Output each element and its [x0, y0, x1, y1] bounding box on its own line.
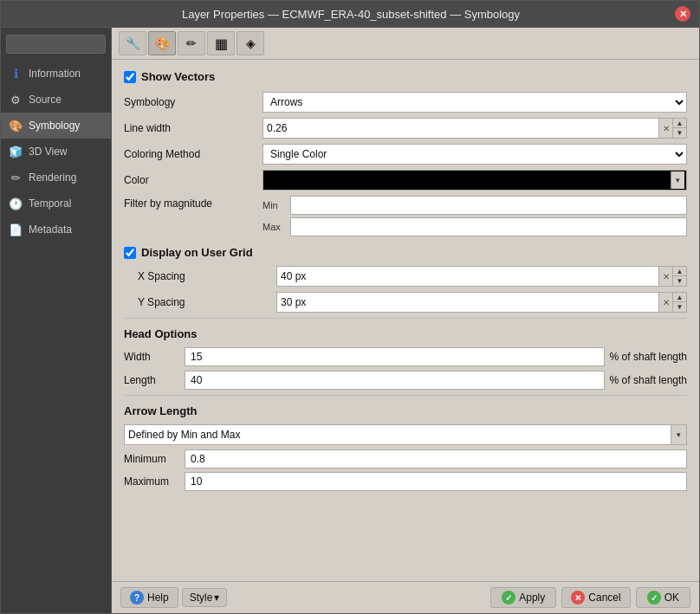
style-button[interactable]: Style ▾ — [182, 588, 228, 607]
head-options-title: Head Options — [124, 327, 687, 340]
mag-min-row: Min — [262, 196, 687, 215]
arrow-minimum-label: Minimum — [124, 453, 185, 465]
arrow-maximum-input[interactable] — [185, 472, 687, 491]
y-spacing-control: ✕ ▲ ▼ — [276, 292, 687, 313]
content-panel: 🔧 🎨 ✏ ▦ ◈ Show Vectors Symbology — [112, 28, 699, 613]
magnitude-group: Min Max — [262, 196, 687, 239]
line-width-clear[interactable]: ✕ — [658, 119, 672, 138]
sidebar-item-temporal[interactable]: 🕐 Temporal — [1, 191, 111, 217]
x-spacing-clear[interactable]: ✕ — [658, 267, 672, 286]
apply-label: Apply — [519, 591, 545, 604]
arrow-method-arrow[interactable]: ▾ — [671, 425, 686, 444]
toolbar-palette-button[interactable]: 🎨 — [148, 31, 176, 55]
line-width-control: ✕ ▲ ▼ — [262, 118, 687, 139]
line-width-input[interactable] — [263, 119, 658, 138]
line-width-down[interactable]: ▼ — [673, 128, 686, 138]
y-spacing-row: Y Spacing ✕ ▲ ▼ — [124, 292, 687, 313]
ok-button[interactable]: ✓ OK — [636, 587, 690, 608]
x-spacing-up[interactable]: ▲ — [673, 267, 686, 276]
cancel-button[interactable]: ✕ Cancel — [561, 587, 630, 608]
apply-icon: ✓ — [502, 591, 515, 604]
x-spacing-input[interactable] — [277, 267, 658, 286]
symbology-select[interactable]: Arrows — [262, 92, 687, 113]
sidebar-item-label: 3D View — [29, 145, 67, 158]
sidebar-item-label: Symbology — [29, 120, 80, 132]
toolbar-wrench-button[interactable]: 🔧 — [119, 31, 146, 55]
source-icon: ⚙ — [8, 92, 23, 107]
filter-magnitude-row: Filter by magnitude Min Max — [124, 196, 687, 239]
sidebar-item-symbology[interactable]: 🎨 Symbology — [1, 113, 111, 139]
head-width-input[interactable] — [185, 347, 605, 366]
toolbar-layers-button[interactable]: ◈ — [237, 31, 264, 55]
line-width-spin: ✕ ▲ ▼ — [262, 118, 687, 139]
x-spacing-row: X Spacing ✕ ▲ ▼ — [124, 266, 687, 287]
main-area: ℹ Information ⚙ Source 🎨 Symbology 🧊 3D … — [1, 28, 699, 613]
sidebar-item-label: Information — [29, 68, 81, 80]
coloring-method-select[interactable]: Single Color — [262, 144, 687, 165]
display-user-grid-checkbox[interactable] — [124, 247, 136, 259]
color-dropdown-arrow[interactable]: ▾ — [671, 171, 684, 189]
mag-max-input[interactable] — [290, 217, 687, 236]
mag-min-input[interactable] — [290, 196, 687, 215]
search-input[interactable] — [6, 35, 106, 54]
head-length-row: Length % of shaft length — [124, 371, 687, 390]
head-options-section: Head Options Width % of shaft length Len… — [124, 327, 687, 390]
window: Layer Properties — ECMWF_ERA-40_subset-s… — [0, 0, 700, 614]
divider2 — [124, 395, 687, 396]
color-button[interactable]: ▾ — [262, 170, 687, 191]
rendering-icon: ✏ — [8, 170, 23, 185]
head-length-suffix: % of shaft length — [610, 374, 687, 386]
mag-max-row: Max — [262, 217, 687, 236]
arrow-method-wrap: Defined by Min and Max Scaled by Magnitu… — [124, 424, 687, 445]
line-width-up[interactable]: ▲ — [673, 119, 686, 128]
metadata-icon: 📄 — [8, 222, 23, 237]
head-length-label: Length — [124, 374, 185, 386]
head-width-label: Width — [124, 351, 185, 363]
y-spacing-down[interactable]: ▼ — [673, 302, 686, 312]
toolbar-pen-button[interactable]: ✏ — [178, 31, 205, 55]
y-spacing-clear[interactable]: ✕ — [658, 293, 672, 312]
symbology-label: Symbology — [124, 96, 262, 108]
close-button[interactable]: ✕ — [675, 6, 690, 22]
sidebar-item-metadata[interactable]: 📄 Metadata — [1, 217, 111, 242]
head-length-input[interactable] — [185, 371, 605, 390]
show-vectors-section: Show Vectors — [124, 70, 687, 83]
window-title: Layer Properties — ECMWF_ERA-40_subset-s… — [27, 8, 675, 21]
3dview-icon: 🧊 — [8, 144, 23, 159]
help-button[interactable]: ? Help — [120, 587, 178, 608]
information-icon: ℹ — [8, 66, 23, 81]
arrow-minimum-input[interactable] — [185, 449, 687, 469]
symbology-icon: 🎨 — [8, 118, 23, 133]
ok-label: OK — [664, 591, 679, 604]
arrow-method-select[interactable]: Defined by Min and Max Scaled by Magnitu… — [125, 425, 671, 444]
footer-left: ? Help Style ▾ — [120, 587, 227, 608]
temporal-icon: 🕐 — [8, 196, 23, 211]
y-spacing-spin: ✕ ▲ ▼ — [276, 292, 687, 313]
sidebar-item-3dview[interactable]: 🧊 3D View — [1, 139, 111, 165]
help-label: Help — [147, 591, 169, 604]
display-user-grid-label: Display on User Grid — [141, 246, 253, 259]
sidebar: ℹ Information ⚙ Source 🎨 Symbology 🧊 3D … — [1, 28, 112, 613]
y-spacing-input[interactable] — [277, 293, 658, 312]
filter-magnitude-label: Filter by magnitude — [124, 196, 262, 210]
arrow-maximum-label: Maximum — [124, 475, 185, 488]
show-vectors-label: Show Vectors — [141, 70, 215, 83]
show-vectors-checkbox[interactable] — [124, 71, 136, 83]
arrow-length-section: Arrow Length Defined by Min and Max Scal… — [124, 404, 687, 491]
cancel-icon: ✕ — [571, 591, 585, 604]
arrow-minimum-row: Minimum — [124, 449, 687, 469]
line-width-arrows: ▲ ▼ — [672, 119, 686, 138]
sidebar-item-source[interactable]: ⚙ Source — [1, 87, 111, 113]
x-spacing-label: X Spacing — [138, 270, 276, 282]
x-spacing-down[interactable]: ▼ — [673, 276, 686, 286]
color-control: ▾ — [262, 170, 687, 191]
sidebar-item-information[interactable]: ℹ Information — [1, 61, 111, 87]
y-spacing-up[interactable]: ▲ — [673, 293, 686, 302]
sidebar-item-label: Source — [29, 94, 62, 106]
apply-button[interactable]: ✓ Apply — [490, 587, 556, 608]
line-width-label: Line width — [124, 122, 262, 134]
footer: ? Help Style ▾ ✓ Apply ✕ Cancel — [112, 581, 699, 613]
sidebar-item-rendering[interactable]: ✏ Rendering — [1, 165, 111, 191]
symbology-control: Arrows — [262, 92, 687, 113]
toolbar-grid-button[interactable]: ▦ — [207, 31, 235, 55]
